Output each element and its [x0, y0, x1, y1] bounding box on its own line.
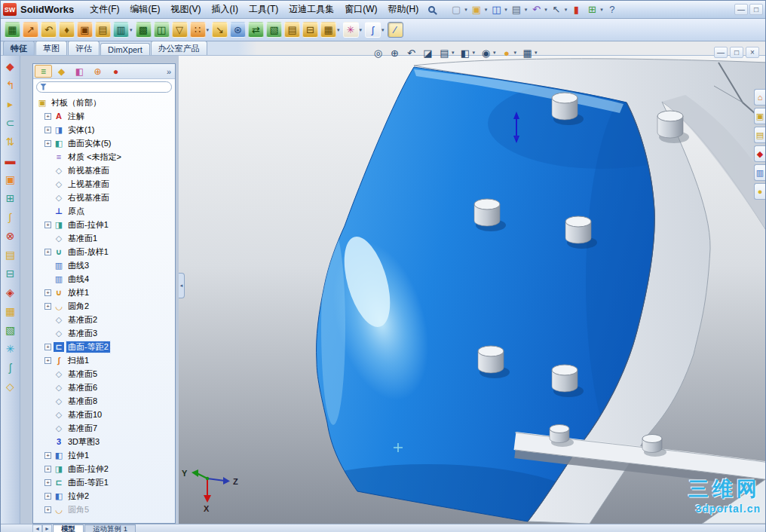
expand-toggle-icon[interactable]: + [44, 140, 51, 147]
new-document[interactable]: ▢▾ [449, 2, 468, 17]
mirror-diamond-icon[interactable]: ◈ [4, 286, 17, 299]
star-cyan-icon[interactable]: ✳ [4, 342, 17, 356]
smart-fastener-star-dropdown-icon[interactable]: ▾ [360, 27, 363, 33]
measure-pressed[interactable]: ∕ [388, 22, 403, 38]
previous-view-icon[interactable]: ↶ [405, 47, 418, 60]
section-view-icon[interactable]: ◪ [421, 47, 434, 60]
filter-funnel[interactable]: ▽ [172, 22, 188, 38]
tree-item-1[interactable]: ▣衬板（前部） [35, 96, 163, 109]
pin-marker-icon[interactable]: ◆ [4, 60, 17, 73]
block-red-icon[interactable]: ▬ [4, 154, 17, 167]
equation-box[interactable]: ◫ [154, 22, 170, 38]
print[interactable]: ▤▾ [509, 2, 529, 17]
expand-toggle-icon[interactable]: + [44, 479, 51, 486]
view-palette[interactable]: ▥ [754, 164, 765, 181]
tree-item-23[interactable]: ◇基准面8 [35, 394, 163, 408]
tree-item-8[interactable]: ◇右视基准面 [35, 191, 163, 204]
expand-toggle-icon[interactable]: + [44, 357, 51, 364]
file-explorer[interactable]: ▤ [754, 127, 765, 143]
select-dropdown-icon[interactable]: ▾ [565, 7, 568, 13]
rollback-icon[interactable]: ↶ [41, 22, 57, 38]
tree-item-2[interactable]: +A注解 [35, 109, 163, 123]
tree-item-27[interactable]: +◧拉伸1 [35, 448, 163, 462]
display-style-dropdown-icon[interactable]: ▾ [473, 50, 476, 56]
export-arrow[interactable]: ↗ [23, 22, 38, 38]
spline-teal-icon[interactable]: ʃ [4, 361, 17, 375]
block-green[interactable]: ▧ [266, 22, 282, 38]
design-table-icon[interactable]: ▦ [5, 22, 20, 38]
material-manager[interactable]: ▥▾ [113, 22, 133, 38]
propertymanager-tab[interactable]: ◆ [53, 65, 70, 78]
command-tab-5[interactable]: 办公室产品 [151, 41, 207, 55]
section-view[interactable]: ◪ [421, 47, 434, 60]
edit-appearance-icon[interactable]: ● [501, 47, 513, 60]
gear-tools[interactable]: ⊛ [230, 22, 246, 38]
smart-fastener-star-icon[interactable]: ✳ [343, 22, 359, 38]
undo[interactable]: ↶▾ [529, 2, 548, 17]
help-icon[interactable]: ? [605, 2, 620, 17]
minimize-app[interactable]: — [734, 4, 748, 15]
tree-item-24[interactable]: ◇基准面10 [35, 408, 163, 421]
tree-item-12[interactable]: +∪曲面-放样1 [35, 245, 163, 258]
sweep-hook-icon[interactable]: ∫ [4, 210, 17, 224]
tree-item-19[interactable]: +⊏曲面-等距2 [35, 340, 163, 353]
dimxpertmanager-tab[interactable]: ⊕ [89, 65, 106, 78]
delete-cross-icon[interactable]: ⊗ [4, 229, 17, 243]
swap-config[interactable]: ⇄ [248, 22, 264, 38]
command-tab-1[interactable]: 特征 [3, 41, 35, 55]
tree-item-11[interactable]: ◇基准面1 [35, 231, 163, 245]
hide-show-items-dropdown-icon[interactable]: ▾ [493, 50, 496, 56]
apply-scene[interactable]: ▦▾ [521, 47, 538, 60]
menu-item-8[interactable]: 帮助(H) [383, 2, 424, 17]
badge-grid-icon[interactable]: ▦ [320, 22, 336, 38]
panel-collapse-handle[interactable]: ◂ [179, 273, 185, 298]
tree-item-5[interactable]: ≡材质 <未指定> [35, 150, 163, 164]
chevron-right-icon[interactable]: » [167, 67, 173, 76]
alert-bell-icon[interactable]: ♦ [59, 22, 75, 38]
gear-tools-icon[interactable]: ⊛ [230, 22, 246, 38]
display-style[interactable]: ◧▾ [459, 47, 476, 60]
open-document-dropdown-icon[interactable]: ▾ [485, 7, 488, 13]
command-tab-3[interactable]: 评估 [68, 41, 100, 55]
pattern-green-icon[interactable]: ▧ [4, 323, 17, 337]
view-orientation-icon[interactable]: ▤ [438, 47, 451, 60]
zoom-fit-icon[interactable]: ◎ [372, 47, 385, 60]
insert-arrow[interactable]: ↘ [212, 22, 228, 38]
restore-doc[interactable]: □ [730, 47, 743, 58]
fastener-plug[interactable]: ⊟ [302, 22, 318, 38]
tree-item-17[interactable]: ◇基准面2 [35, 313, 163, 326]
apply-scene-dropdown-icon[interactable]: ▾ [535, 50, 538, 56]
open-document-icon[interactable]: ▣ [469, 2, 484, 17]
maximize-app[interactable]: □ [749, 4, 763, 15]
tree-item-14[interactable]: ▥曲线4 [35, 272, 163, 286]
reroute-arrow-icon[interactable]: ↰ [4, 78, 17, 92]
featuremanager-tab[interactable]: ≡ [35, 65, 52, 78]
tree-item-13[interactable]: ▥曲线3 [35, 258, 163, 272]
close-doc[interactable]: × [746, 47, 759, 58]
hide-show-items-icon[interactable]: ◉ [480, 47, 492, 60]
measure-pressed-icon[interactable]: ∕ [388, 22, 403, 38]
search-icon[interactable] [428, 6, 435, 13]
zoom-fit[interactable]: ◎ [372, 47, 385, 60]
alert-bell[interactable]: ♦ [59, 22, 75, 38]
expand-toggle-icon[interactable]: + [44, 222, 51, 228]
tree-item-7[interactable]: ◇上视基准面 [35, 177, 163, 191]
folder-gold[interactable]: ▤ [284, 22, 300, 38]
menu-item-2[interactable]: 编辑(E) [125, 2, 166, 17]
view-settings[interactable]: ⊞▾ [584, 2, 604, 17]
minimize-doc[interactable]: — [714, 47, 728, 58]
expand-toggle-icon[interactable]: + [44, 493, 51, 500]
diamond-gold-icon[interactable]: ◇ [4, 380, 17, 393]
export-arrow-icon[interactable]: ↗ [23, 22, 38, 38]
tree-item-28[interactable]: +◨曲面-拉伸2 [35, 462, 163, 475]
new-document-icon[interactable]: ▢ [449, 2, 464, 17]
previous-view[interactable]: ↶ [405, 47, 418, 60]
command-tab-2[interactable]: 草图 [35, 41, 67, 55]
expand-toggle-icon[interactable]: + [44, 249, 51, 255]
display-style-icon[interactable]: ◧ [459, 47, 472, 60]
bom-table-icon[interactable]: ▩ [136, 22, 152, 38]
folder-gold-icon[interactable]: ▤ [284, 22, 300, 38]
fastener-plug-icon[interactable]: ⊟ [302, 22, 318, 38]
apply-scene-icon[interactable]: ▦ [521, 47, 534, 60]
spline-curve[interactable]: ʃ▾ [365, 22, 385, 38]
